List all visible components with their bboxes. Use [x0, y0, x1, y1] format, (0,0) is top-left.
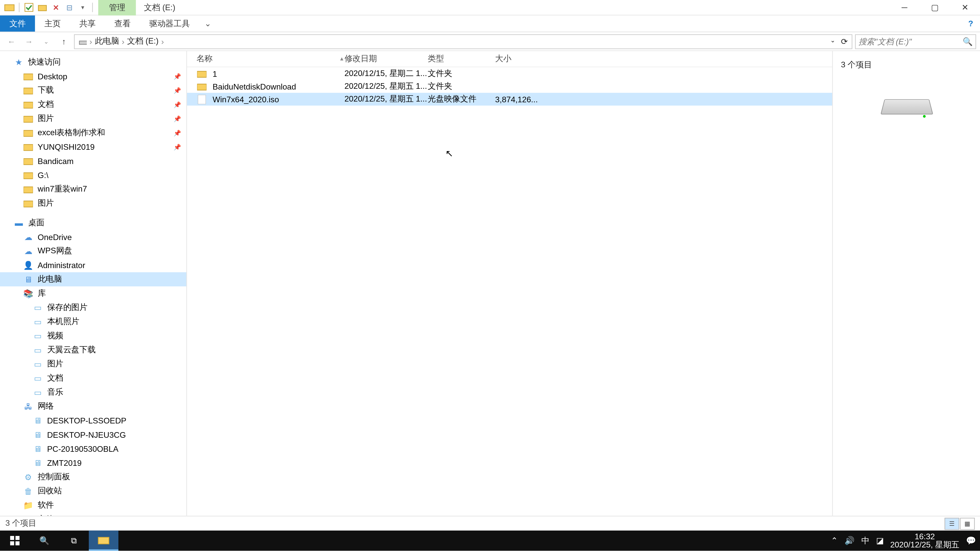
action-center-icon[interactable]: 💬 — [966, 536, 976, 545]
volume-icon[interactable]: 🔊 — [845, 536, 855, 545]
nav-other-item[interactable]: 📁文件 — [0, 513, 186, 516]
qat-properties-icon[interactable] — [24, 2, 34, 13]
maximize-button[interactable]: ▢ — [920, 0, 950, 15]
search-input[interactable] — [859, 37, 963, 46]
column-type[interactable]: 类型 — [428, 53, 495, 65]
nav-quick-access[interactable]: ★快速访问 — [0, 55, 186, 69]
nav-desktop-item[interactable]: ☁WPS网盘 — [0, 244, 186, 258]
nav-library-item[interactable]: ▭音乐 — [0, 385, 186, 399]
drive-thumbnail-icon — [882, 97, 931, 122]
nav-quick-item[interactable]: 图片 — [0, 197, 186, 210]
view-icons-button[interactable]: ▦ — [960, 517, 975, 529]
nav-desktop-item[interactable]: 🖥此电脑 — [0, 272, 186, 286]
nav-library-item[interactable]: ▭文档 — [0, 371, 186, 385]
close-button[interactable]: ✕ — [950, 0, 980, 15]
nav-library-item[interactable]: ▭图片 — [0, 357, 186, 371]
ribbon-tab-view[interactable]: 查看 — [105, 16, 140, 32]
file-row[interactable]: BaiduNetdiskDownload2020/12/25, 星期五 1...… — [187, 80, 832, 93]
nav-up-button[interactable]: ↑ — [56, 34, 71, 49]
explorer-taskbar-button[interactable] — [89, 530, 118, 551]
clock[interactable]: 16:32 2020/12/25, 星期五 — [890, 533, 959, 549]
nav-network-item[interactable]: 🖥DESKTOP-NJEU3CG — [0, 427, 186, 441]
qat-delete-icon[interactable]: ✕ — [51, 2, 61, 13]
file-list[interactable]: 名称▲ 修改日期 类型 大小 12020/12/15, 星期二 1...文件夹B… — [187, 51, 832, 516]
nav-quick-item[interactable]: 文档📌 — [0, 97, 186, 111]
nav-back-button[interactable]: ← — [4, 34, 19, 49]
qat-dropdown-icon[interactable]: ▾ — [77, 2, 88, 13]
search-icon[interactable]: 🔍 — [963, 37, 973, 46]
navigation-pane[interactable]: ★快速访问 Desktop📌下载📌文档📌图片📌excel表格制作求和📌YUNQI… — [0, 51, 187, 516]
star-icon: ★ — [14, 57, 24, 68]
qat-rename-icon[interactable]: ⊟ — [64, 2, 75, 13]
nav-quick-item[interactable]: 图片📌 — [0, 112, 186, 126]
view-details-button[interactable]: ☰ — [945, 517, 959, 529]
search-button[interactable]: 🔍 — [30, 530, 59, 551]
start-button[interactable] — [0, 530, 30, 551]
taskview-button[interactable]: ⧉ — [59, 530, 89, 551]
ribbon-tab-file[interactable]: 文件 — [0, 16, 35, 32]
chevron-right-icon[interactable]: › — [160, 37, 165, 46]
nav-recent-dropdown[interactable]: ⌄ — [39, 34, 54, 49]
nav-network-item[interactable]: 🖥ZMT2019 — [0, 456, 186, 470]
column-size[interactable]: 大小 — [495, 53, 549, 65]
nav-label: YUNQISHI2019 — [38, 142, 95, 152]
ime-indicator[interactable]: 中 — [861, 535, 870, 546]
nav-library-item[interactable]: ▭保存的图片 — [0, 300, 186, 314]
ribbon-collapse-icon[interactable]: ⌄ — [199, 16, 217, 32]
nav-quick-item[interactable]: Bandicam — [0, 154, 186, 168]
item-icon: ☁ — [23, 246, 34, 256]
item-count: 3 个项目 — [841, 59, 972, 71]
breadcrumb-drive[interactable]: 文档 (E:) — [126, 36, 160, 47]
nav-desktop-item[interactable]: 📚库 — [0, 286, 186, 300]
nav-other-item[interactable]: 🗑回收站 — [0, 484, 186, 498]
nav-quick-item[interactable]: 下载📌 — [0, 83, 186, 97]
quick-access-toolbar: ✕ ⊟ ▾ — [0, 2, 98, 13]
breadcrumb[interactable]: › 此电脑 › 文档 (E:) › ⌄ ⟳ — [74, 34, 853, 49]
chevron-right-icon[interactable]: › — [88, 37, 94, 46]
nav-forward-button[interactable]: → — [21, 34, 36, 49]
help-button[interactable]: ? — [961, 16, 980, 32]
nav-library-item[interactable]: ▭天翼云盘下载 — [0, 343, 186, 357]
minimize-button[interactable]: ─ — [889, 0, 920, 15]
nav-network-item[interactable]: 🖥PC-20190530OBLA — [0, 442, 186, 456]
folder-icon — [23, 198, 34, 209]
nav-library-item[interactable]: ▭本机照片 — [0, 315, 186, 329]
nav-quick-item[interactable]: YUNQISHI2019📌 — [0, 140, 186, 154]
details-pane: 3 个项目 — [832, 51, 980, 516]
nav-other-item[interactable]: ⚙控制面板 — [0, 470, 186, 484]
nav-desktop[interactable]: ▬桌面 — [0, 216, 186, 230]
column-name[interactable]: 名称▲ — [197, 53, 345, 65]
tray-overflow-icon[interactable]: ⌃ — [831, 536, 838, 545]
refresh-icon[interactable]: ⟳ — [840, 37, 849, 46]
ribbon-tab-home[interactable]: 主页 — [35, 16, 70, 32]
chevron-right-icon[interactable]: › — [121, 37, 126, 46]
nav-other-item[interactable]: 📁软件 — [0, 498, 186, 512]
nav-desktop-item[interactable]: 👤Administrator — [0, 258, 186, 272]
column-date[interactable]: 修改日期 — [345, 53, 428, 65]
svg-rect-8 — [24, 130, 33, 136]
nav-quick-item[interactable]: G:\ — [0, 168, 186, 182]
nav-library-item[interactable]: ▭视频 — [0, 329, 186, 343]
svg-rect-7 — [24, 116, 33, 122]
nav-desktop-item[interactable]: ☁OneDrive — [0, 230, 186, 244]
nav-network-item[interactable]: 🖥DESKTOP-LSSOEDP — [0, 413, 186, 427]
nav-quick-item[interactable]: win7重装win7 — [0, 182, 186, 196]
security-icon[interactable]: ◪ — [876, 536, 883, 545]
nav-quick-item[interactable]: excel表格制作求和📌 — [0, 126, 186, 140]
nav-label: 桌面 — [28, 217, 45, 229]
ribbon-tab-share[interactable]: 共享 — [70, 16, 105, 32]
svg-rect-19 — [10, 541, 14, 545]
nav-network[interactable]: 🖧网络 — [0, 400, 186, 413]
file-row[interactable]: 12020/12/15, 星期二 1...文件夹 — [187, 67, 832, 80]
qat-newfolder-icon[interactable] — [37, 2, 48, 13]
file-row[interactable]: Win7x64_2020.iso2020/12/25, 星期五 1...光盘映像… — [187, 93, 832, 106]
pin-icon: 📌 — [173, 144, 181, 150]
address-dropdown-icon[interactable]: ⌄ — [829, 37, 837, 46]
nav-quick-item[interactable]: Desktop📌 — [0, 69, 186, 83]
sort-asc-icon: ▲ — [339, 56, 345, 62]
column-headers: 名称▲ 修改日期 类型 大小 — [187, 51, 832, 67]
contextual-tab[interactable]: 管理 — [98, 0, 136, 15]
ribbon-tab-drivetools[interactable]: 驱动器工具 — [140, 16, 199, 32]
search-box[interactable]: 🔍 — [855, 34, 976, 49]
breadcrumb-pc[interactable]: 此电脑 — [94, 36, 120, 47]
